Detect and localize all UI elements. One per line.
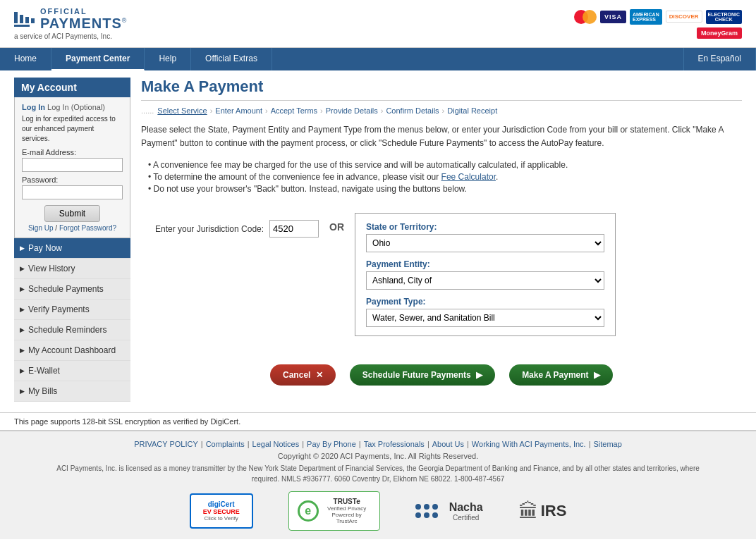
login-section: Log In Log In (Optional) Log in for expe… — [14, 97, 130, 238]
footer-tax[interactable]: Tax Professionals — [364, 440, 425, 448]
sidebar: My Account Log In Log In (Optional) Log … — [14, 78, 130, 402]
digicert-badge[interactable]: digiCert EV SECURE Click to Verify — [190, 493, 253, 529]
aci-notice: ACI Payments, Inc. is licensed as a mone… — [14, 463, 742, 484]
arrow-icon: ▶ — [20, 388, 25, 395]
email-input[interactable] — [22, 158, 123, 172]
arrow-icon: ▶ — [20, 326, 25, 333]
jurisdiction-label: Enter your Jurisdiction Code: — [155, 224, 264, 234]
email-label: E-mail Address: — [22, 148, 123, 156]
amex-icon: AMERICANEXPRESS — [630, 9, 662, 25]
arrow-icon: ▶ — [20, 347, 25, 354]
footer-about[interactable]: About Us — [432, 440, 464, 448]
logo-area: OFFICIAL PAYMENTS ® a service of ACI Pay… — [14, 7, 126, 40]
arrow-icon: ▶ — [20, 265, 25, 272]
payment-form: Enter your Jurisdiction Code: OR State o… — [141, 213, 742, 336]
footer: PRIVACY POLICY | Complaints | Legal Noti… — [0, 430, 756, 539]
footer-phone[interactable]: Pay By Phone — [307, 440, 356, 448]
sidebar-item-view-history[interactable]: ▶ View History — [14, 259, 130, 279]
bc-accept-terms[interactable]: Accept Terms — [271, 106, 317, 115]
type-select[interactable]: Water, Sewer, and Sanitation Bill Proper… — [366, 309, 604, 327]
bc-select-service[interactable]: Select Service — [157, 106, 207, 115]
arrow-icon: ▶ — [20, 306, 25, 313]
main-content: My Account Log In Log In (Optional) Log … — [0, 70, 756, 409]
sidebar-item-account-dashboard[interactable]: ▶ My Account Dashboard — [14, 340, 130, 361]
moneygram-icon: MoneyGram — [697, 27, 742, 39]
jurisdiction-input[interactable] — [269, 220, 319, 238]
entity-field-group: Payment Entity: Ashland, City of — [366, 259, 604, 290]
sidebar-item-my-bills[interactable]: ▶ My Bills — [14, 381, 130, 402]
schedule-button[interactable]: Schedule Future Payments ▶ — [350, 364, 495, 386]
main-content-area: Make A Payment ...... Select Service › E… — [141, 78, 742, 402]
state-select[interactable]: Ohio Alabama Alaska Arizona — [366, 234, 604, 252]
nav-home[interactable]: Home — [0, 48, 51, 70]
sidebar-item-schedule-reminders[interactable]: ▶ Schedule Reminders — [14, 320, 130, 340]
visa-icon: VISA — [600, 11, 626, 23]
login-optional-label: Log In Log In (Optional) — [22, 103, 123, 111]
sidebar-title: My Account — [14, 78, 130, 97]
forgot-password-link[interactable]: Forgot Password? — [59, 224, 116, 232]
login-links: Sign Up / Forgot Password? — [22, 224, 123, 232]
jurisdiction-area: Enter your Jurisdiction Code: — [141, 213, 319, 238]
type-field-group: Payment Type: Water, Sewer, and Sanitati… — [366, 297, 604, 327]
footer-links: PRIVACY POLICY | Complaints | Legal Noti… — [14, 440, 742, 448]
nav-espanol[interactable]: En Español — [683, 48, 756, 70]
arrow-icon: ▶ — [20, 245, 25, 252]
cancel-icon: ✕ — [316, 370, 323, 380]
truste-badge[interactable]: e TRUSTe Verified Privacy Powered by Tru… — [288, 491, 380, 531]
footer-legal[interactable]: Legal Notices — [252, 440, 300, 448]
page-title: Make A Payment — [141, 78, 742, 101]
or-divider: OR — [329, 213, 344, 233]
login-access-text: Log in for expedited access to our enhan… — [22, 114, 123, 144]
mastercard-icon — [574, 10, 597, 24]
breadcrumb-dots: ...... — [141, 106, 154, 115]
fee-calculator-link[interactable]: Fee Calculator — [441, 172, 496, 182]
nacha-badge: Nacha Certified — [415, 501, 483, 522]
logo-text: OFFICIAL PAYMENTS ® — [14, 7, 126, 31]
footer-privacy[interactable]: PRIVACY POLICY — [134, 440, 198, 448]
bc-enter-amount[interactable]: Enter Amount — [215, 106, 262, 115]
logo-brand: OFFICIAL PAYMENTS — [40, 7, 122, 31]
payment-icons: VISA AMERICANEXPRESS DISCOVER ELECTRONIC… — [574, 9, 742, 39]
sidebar-item-e-wallet[interactable]: ▶ E-Wallet — [14, 361, 130, 381]
action-buttons: Cancel ✕ Schedule Future Payments ▶ Make… — [141, 357, 742, 393]
footer-complaints[interactable]: Complaints — [206, 440, 245, 448]
password-label: Password: — [22, 175, 123, 184]
arrow-icon: ▶ — [20, 285, 25, 292]
bullet-item-3: • Do not use your browser's "Back" butto… — [148, 184, 742, 194]
nav-official-extras[interactable]: Official Extras — [191, 48, 272, 70]
bullet-item-2: • To determine the amount of the conveni… — [148, 172, 742, 182]
nav-payment-center[interactable]: Payment Center — [51, 48, 145, 70]
signup-link[interactable]: Sign Up — [28, 224, 54, 232]
instructions-text: Please select the State, Payment Entity … — [141, 123, 742, 150]
footer-working[interactable]: Working With ACI Payments, Inc. — [472, 440, 586, 448]
cancel-button[interactable]: Cancel ✕ — [270, 364, 336, 386]
eleccheck-icon: ELECTRONICCHECK — [706, 10, 743, 24]
nav-help[interactable]: Help — [145, 48, 191, 70]
sidebar-item-schedule-payments[interactable]: ▶ Schedule Payments — [14, 279, 130, 300]
schedule-icon: ▶ — [476, 370, 482, 380]
entity-select[interactable]: Ashland, City of — [366, 271, 604, 290]
sidebar-item-pay-now[interactable]: ▶ Pay Now — [14, 238, 130, 259]
bc-confirm-details[interactable]: Confirm Details — [386, 106, 439, 115]
password-input[interactable] — [22, 185, 123, 199]
ssl-notice: This page supports 128-bit SSL encryptio… — [0, 412, 756, 430]
submit-button[interactable]: Submit — [44, 205, 100, 222]
logo-service: a service of ACI Payments, Inc. — [14, 32, 126, 40]
main-nav: Home Payment Center Help Official Extras… — [0, 48, 756, 70]
pay-button[interactable]: Make A Payment ▶ — [509, 364, 613, 386]
trust-badges: digiCert EV SECURE Click to Verify e TRU… — [14, 491, 742, 531]
irs-badge: 🏛 IRS — [518, 500, 567, 523]
sidebar-item-verify-payments[interactable]: ▶ Verify Payments — [14, 300, 130, 320]
copyright-text: Copyright © 2020 ACI Payments, Inc. All … — [14, 452, 742, 460]
bullet-item-1: • A convenience fee may be charged for t… — [148, 160, 742, 170]
discover-icon: DISCOVER — [666, 11, 702, 23]
dropdowns-area: State or Territory: Ohio Alabama Alaska … — [355, 213, 616, 336]
footer-sitemap[interactable]: Sitemap — [594, 440, 622, 448]
page-header: OFFICIAL PAYMENTS ® a service of ACI Pay… — [0, 0, 756, 48]
bullet-list: • A convenience fee may be charged for t… — [141, 157, 742, 199]
pay-icon: ▶ — [594, 370, 600, 380]
arrow-icon: ▶ — [20, 367, 25, 374]
bc-digital-receipt[interactable]: Digital Receipt — [447, 106, 497, 115]
bc-provide-details[interactable]: Provide Details — [326, 106, 378, 115]
state-field-group: State or Territory: Ohio Alabama Alaska … — [366, 222, 604, 252]
